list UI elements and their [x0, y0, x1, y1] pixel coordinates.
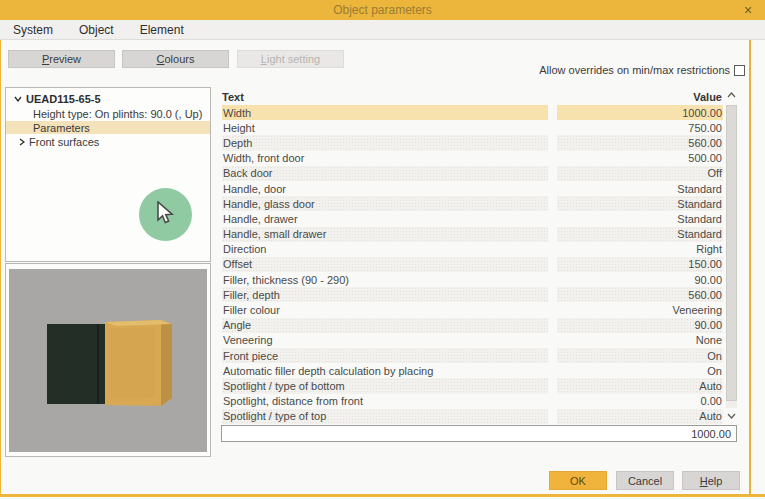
row-value-cell[interactable]: Standard — [557, 196, 723, 211]
object-preview-panel — [5, 263, 211, 457]
row-value-cell[interactable]: On — [557, 348, 723, 363]
cabinet-preview-image — [9, 269, 207, 452]
row-value-cell[interactable]: On — [557, 363, 723, 378]
row-value-cell[interactable]: 750.00 — [557, 120, 723, 135]
colours-button[interactable]: Colours — [122, 50, 229, 68]
row-text-cell[interactable]: Angle — [222, 318, 548, 333]
table-row[interactable]: Height750.00 — [222, 120, 723, 135]
light-setting-button: Light setting — [237, 50, 344, 68]
row-value-cell[interactable]: Standard — [557, 227, 723, 242]
menu-system[interactable]: System — [0, 20, 66, 40]
table-row[interactable]: Automatic filler depth calculation by pl… — [222, 363, 723, 378]
table-row[interactable]: Angle90.00 — [222, 318, 723, 333]
row-text-cell[interactable]: Handle, door — [222, 181, 548, 196]
row-value-cell[interactable]: Standard — [557, 211, 723, 226]
help-button[interactable]: Help — [682, 471, 740, 490]
table-header: Text Value — [222, 88, 737, 105]
value-edit-input[interactable] — [221, 425, 737, 442]
window-border-right — [749, 40, 751, 494]
table-row[interactable]: Handle, small drawerStandard — [222, 227, 723, 242]
row-text-cell[interactable]: Veneering — [222, 333, 548, 348]
overrides-checkbox[interactable] — [734, 65, 745, 76]
cancel-button[interactable]: Cancel — [616, 471, 674, 490]
table-row[interactable]: Width, front door500.00 — [222, 151, 723, 166]
row-value-cell[interactable]: Veneering — [557, 302, 723, 317]
table-row[interactable]: Spotlight / type of topAuto — [222, 409, 723, 424]
tree-item-parameters[interactable]: Parameters — [6, 121, 210, 134]
ok-button[interactable]: OK — [549, 471, 607, 490]
row-text-cell[interactable]: Height — [222, 120, 548, 135]
row-text-cell[interactable]: Filler colour — [222, 302, 548, 317]
row-text-cell[interactable]: Handle, glass door — [222, 196, 548, 211]
row-text-cell[interactable]: Filler, thickness (90 - 290) — [222, 272, 548, 287]
overrides-label: Allow overrides on min/max restrictions — [539, 64, 730, 76]
row-value-cell[interactable]: Auto — [557, 409, 723, 424]
scroll-down-icon[interactable] — [726, 410, 737, 421]
object-parameters-dialog: Object parameters × System Object Elemen… — [0, 0, 765, 499]
table-row[interactable]: Handle, drawerStandard — [222, 211, 723, 226]
row-text-cell[interactable]: Width, front door — [222, 151, 548, 166]
row-value-cell[interactable]: None — [557, 333, 723, 348]
tree-item-label: Height type: On plinths: 90.0 (, Up) — [33, 108, 202, 120]
scrollbar-track[interactable] — [726, 105, 737, 408]
row-text-cell[interactable]: Automatic filler depth calculation by pl… — [222, 363, 548, 378]
row-value-cell[interactable]: 150.00 — [557, 257, 723, 272]
close-icon[interactable]: × — [739, 1, 757, 19]
row-value-cell[interactable]: 500.00 — [557, 151, 723, 166]
row-value-cell[interactable]: 90.00 — [557, 318, 723, 333]
row-value-cell[interactable]: 90.00 — [557, 272, 723, 287]
table-row[interactable]: Spotlight / type of bottomAuto — [222, 378, 723, 393]
row-text-cell[interactable]: Handle, drawer — [222, 211, 548, 226]
table-row[interactable]: Filler, thickness (90 - 290)90.00 — [222, 272, 723, 287]
preview-button[interactable]: Preview — [8, 50, 115, 68]
menu-element[interactable]: Element — [127, 20, 197, 40]
column-header-value[interactable]: Value — [693, 91, 722, 103]
scroll-up-icon[interactable] — [726, 90, 737, 101]
row-value-cell[interactable]: Right — [557, 242, 723, 257]
row-text-cell[interactable]: Handle, small drawer — [222, 227, 548, 242]
row-text-cell[interactable]: Spotlight, distance from front — [222, 394, 548, 409]
menu-bar: System Object Element — [0, 20, 765, 40]
row-text-cell[interactable]: Offset — [222, 257, 548, 272]
row-text-cell[interactable]: Width — [222, 105, 548, 120]
tree-item-height-type-on-plinths-90-0-up[interactable]: Height type: On plinths: 90.0 (, Up) — [6, 107, 210, 120]
row-value-cell[interactable]: 560.00 — [557, 135, 723, 150]
table-row[interactable]: DirectionRight — [222, 242, 723, 257]
parameter-table: Width1000.00Height750.00Depth560.00Width… — [222, 105, 723, 424]
chevron-right-icon — [19, 138, 25, 146]
row-text-cell[interactable]: Spotlight / type of bottom — [222, 378, 548, 393]
row-text-cell[interactable]: Front piece — [222, 348, 548, 363]
window-border-left — [0, 40, 1, 494]
column-header-text[interactable]: Text — [222, 91, 244, 103]
table-row[interactable]: Width1000.00 — [222, 105, 723, 120]
preview-3d-canvas[interactable] — [9, 269, 207, 452]
row-text-cell[interactable]: Back door — [222, 166, 548, 181]
row-text-cell[interactable]: Depth — [222, 135, 548, 150]
row-value-cell[interactable]: Off — [557, 166, 723, 181]
row-text-cell[interactable]: Filler, depth — [222, 287, 548, 302]
row-text-cell[interactable]: Direction — [222, 242, 548, 257]
row-value-cell[interactable]: 560.00 — [557, 287, 723, 302]
table-row[interactable]: VeneeringNone — [222, 333, 723, 348]
scrollbar-thumb[interactable] — [726, 105, 737, 401]
table-row[interactable]: Filler colourVeneering — [222, 302, 723, 317]
row-text-cell[interactable]: Spotlight / type of top — [222, 409, 548, 424]
table-row[interactable]: Depth560.00 — [222, 135, 723, 150]
table-row[interactable]: Spotlight, distance from front0.00 — [222, 394, 723, 409]
table-row[interactable]: Handle, glass doorStandard — [222, 196, 723, 211]
row-value-cell[interactable]: Standard — [557, 181, 723, 196]
row-value-cell[interactable]: 0.00 — [557, 394, 723, 409]
menu-object[interactable]: Object — [66, 20, 127, 40]
tree-item-front-surfaces[interactable]: Front surfaces — [6, 135, 210, 148]
table-row[interactable]: Offset150.00 — [222, 257, 723, 272]
tree-item-label: Front surfaces — [29, 136, 99, 148]
table-scrollbar[interactable] — [726, 90, 737, 421]
tree-root-node[interactable]: UEAD115-65-5 — [6, 91, 210, 106]
row-value-cell[interactable]: 1000.00 — [557, 105, 723, 120]
row-value-cell[interactable]: Auto — [557, 378, 723, 393]
table-row[interactable]: Handle, doorStandard — [222, 181, 723, 196]
table-row[interactable]: Back doorOff — [222, 166, 723, 181]
table-row[interactable]: Front pieceOn — [222, 348, 723, 363]
tree-item-label: Parameters — [33, 122, 90, 134]
table-row[interactable]: Filler, depth560.00 — [222, 287, 723, 302]
